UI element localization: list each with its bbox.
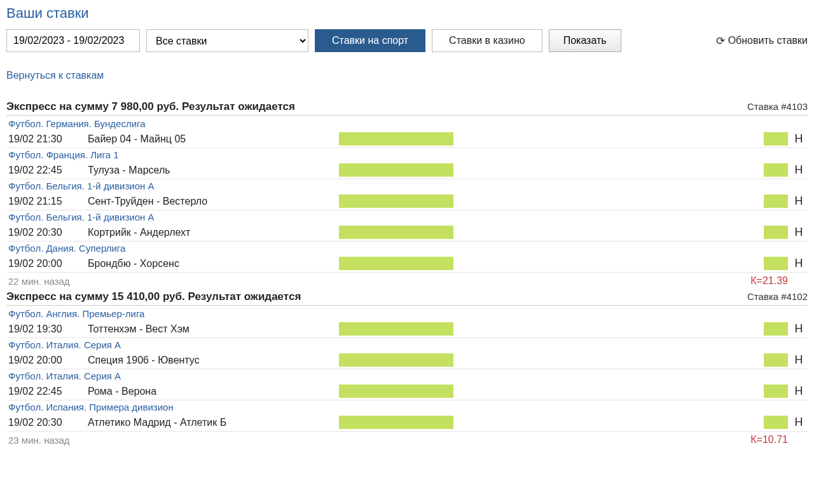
coefficient: К=10.71 — [750, 434, 806, 446]
bet-id: Ставка #4102 — [747, 291, 808, 302]
time-ago: 23 мин. назад — [8, 435, 70, 446]
redacted-small — [764, 163, 788, 177]
match-row: 19/02 21:15Сент-Труйден - ВестерлоН — [6, 193, 808, 210]
bet-id: Ставка #4103 — [747, 101, 808, 112]
match-teams: Тоттенхэм - Вест Хэм — [88, 324, 339, 335]
match-teams: Рома - Верона — [88, 386, 339, 397]
result-cell: Н — [788, 353, 806, 367]
redacted-block — [339, 163, 453, 177]
redacted-block — [339, 322, 453, 336]
match-row: 19/02 22:45Тулуза - МарсельН — [6, 161, 808, 179]
result-cell: Н — [788, 194, 806, 208]
redacted-small — [764, 132, 788, 146]
result-cell: Н — [788, 132, 806, 146]
match-teams: Сент-Труйден - Вестерло — [88, 196, 339, 207]
redacted-block — [339, 194, 453, 208]
match-row: 19/02 19:30Тоттенхэм - Вест ХэмН — [6, 320, 808, 338]
result-cell: Н — [788, 385, 806, 398]
refresh-label: Обновить ставки — [728, 35, 808, 46]
redacted-small — [764, 353, 788, 367]
match-time: 19/02 20:30 — [8, 417, 88, 428]
redacted-block — [339, 353, 453, 367]
tab-casino-bets[interactable]: Ставки в казино — [432, 29, 542, 52]
league-link[interactable]: Футбол. Италия. Серия А — [6, 338, 808, 351]
redacted-block — [339, 385, 453, 398]
redacted-small — [764, 194, 788, 208]
result-cell: Н — [788, 416, 806, 429]
league-link[interactable]: Футбол. Бельгия. 1-й дивизион А — [6, 179, 808, 193]
tab-sport-bets[interactable]: Ставки на спорт — [315, 29, 425, 52]
back-to-bets-link[interactable]: Вернуться к ставкам — [6, 70, 104, 81]
match-time: 19/02 21:15 — [8, 196, 88, 207]
redacted-block — [339, 416, 453, 429]
redacted-small — [764, 257, 788, 270]
coefficient: К=21.39 — [750, 275, 806, 287]
page-title: Ваши ставки — [6, 5, 808, 22]
league-link[interactable]: Футбол. Англия. Премьер-лига — [6, 307, 808, 320]
league-link[interactable]: Футбол. Бельгия. 1-й дивизион А — [6, 210, 808, 224]
bet-header: Экспресс на сумму 15 410,00 руб. Результ… — [6, 290, 808, 306]
match-row: 19/02 20:00Брондбю - ХорсенсН — [6, 255, 808, 273]
bet-filter-select[interactable]: Все ставки — [146, 29, 308, 52]
result-cell: Н — [788, 322, 806, 336]
bet-block: Экспресс на сумму 7 980,00 руб. Результа… — [6, 100, 808, 288]
match-time: 19/02 22:45 — [8, 386, 88, 397]
league-link[interactable]: Футбол. Германия. Бундеслига — [6, 117, 808, 130]
date-range-input[interactable] — [6, 29, 140, 52]
match-time: 19/02 20:30 — [8, 227, 88, 238]
result-cell: Н — [788, 163, 806, 177]
refresh-bets-link[interactable]: ⟳ Обновить ставки — [716, 34, 808, 48]
redacted-small — [764, 226, 788, 239]
redacted-small — [764, 322, 788, 336]
result-cell: Н — [788, 226, 806, 239]
refresh-icon: ⟳ — [716, 34, 725, 48]
match-row: 19/02 20:00Специя 1906 - ЮвентусН — [6, 351, 808, 369]
league-link[interactable]: Футбол. Италия. Серия А — [6, 369, 808, 383]
redacted-small — [764, 416, 788, 429]
redacted-block — [339, 226, 453, 239]
league-link[interactable]: Футбол. Дания. Суперлига — [6, 242, 808, 255]
redacted-small — [764, 385, 788, 398]
bet-header: Экспресс на сумму 7 980,00 руб. Результа… — [6, 100, 808, 116]
match-row: 19/02 22:45Рома - ВеронаН — [6, 383, 808, 400]
show-button[interactable]: Показать — [549, 29, 621, 52]
match-time: 19/02 20:00 — [8, 258, 88, 269]
match-teams: Кортрийк - Андерлехт — [88, 227, 339, 238]
bet-block: Экспресс на сумму 15 410,00 руб. Результ… — [6, 290, 808, 447]
bet-title: Экспресс на сумму 7 980,00 руб. Результа… — [6, 100, 295, 113]
match-row: 19/02 21:30Байер 04 - Майнц 05Н — [6, 130, 808, 148]
match-time: 19/02 22:45 — [8, 165, 88, 176]
redacted-block — [339, 132, 453, 146]
time-ago: 22 мин. назад — [8, 276, 70, 287]
match-teams: Тулуза - Марсель — [88, 165, 339, 176]
match-teams: Специя 1906 - Ювентус — [88, 355, 339, 366]
match-teams: Атлетико Мадрид - Атлетик Б — [88, 417, 339, 428]
filter-bar: Все ставки Ставки на спорт Ставки в кази… — [6, 29, 808, 52]
league-link[interactable]: Футбол. Франция. Лига 1 — [6, 148, 808, 161]
match-row: 19/02 20:30Атлетико Мадрид - Атлетик БН — [6, 414, 808, 432]
match-time: 19/02 19:30 — [8, 324, 88, 335]
result-cell: Н — [788, 257, 806, 270]
bet-title: Экспресс на сумму 15 410,00 руб. Результ… — [6, 290, 301, 303]
match-teams: Брондбю - Хорсенс — [88, 258, 339, 269]
bet-footer: 22 мин. назадК=21.39 — [6, 273, 808, 288]
match-row: 19/02 20:30Кортрийк - АндерлехтН — [6, 224, 808, 242]
redacted-block — [339, 257, 453, 270]
league-link[interactable]: Футбол. Испания. Примера дивизион — [6, 400, 808, 414]
match-time: 19/02 20:00 — [8, 355, 88, 366]
match-time: 19/02 21:30 — [8, 133, 88, 145]
match-teams: Байер 04 - Майнц 05 — [88, 133, 339, 145]
bet-footer: 23 мин. назадК=10.71 — [6, 432, 808, 447]
